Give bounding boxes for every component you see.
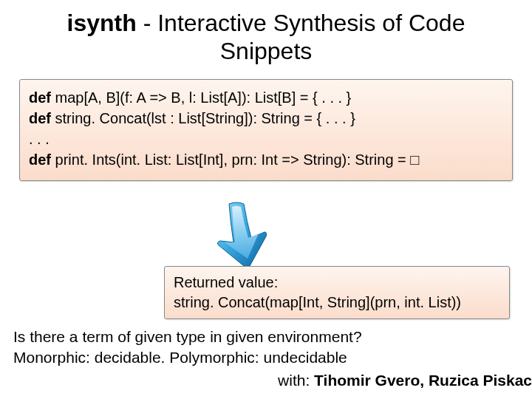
keyword-def: def xyxy=(29,110,51,126)
title-bold: isynth xyxy=(67,10,137,36)
footer-line-1: Is there a term of given type in given e… xyxy=(13,327,532,347)
footer-line-2: Monorphic: decidable. Polymorphic: undec… xyxy=(13,347,532,368)
code-line-3: . . . xyxy=(29,129,503,149)
credit-line: with: Tihomir Gvero, Ruzica Piskac xyxy=(13,370,532,391)
result-label: Returned value: xyxy=(174,273,500,293)
code-line-2: def string. Concat(lst : List[String]): … xyxy=(29,108,503,129)
down-right-arrow-icon xyxy=(214,200,281,270)
code-text: map[A, B](f: A => B, l: List[A]): List[B… xyxy=(51,89,351,106)
footer-text: Is there a term of given type in given e… xyxy=(13,327,532,391)
code-line-4: def print. Ints(int. List: List[Int], pr… xyxy=(29,149,503,170)
code-text: string. Concat(lst : List[String]): Stri… xyxy=(51,110,355,126)
keyword-def: def xyxy=(29,89,51,106)
result-value: string. Concat(map[Int, String](prn, int… xyxy=(174,293,500,313)
code-block: def map[A, B](f: A => B, l: List[A]): Li… xyxy=(19,79,513,181)
code-text: print. Ints(int. List: List[Int], prn: I… xyxy=(51,151,419,168)
credit-prefix: with: xyxy=(278,372,314,389)
code-line-1: def map[A, B](f: A => B, l: List[A]): Li… xyxy=(29,87,503,108)
slide-title: isynth - Interactive Synthesis of Code S… xyxy=(0,0,532,79)
result-block: Returned value: string. Concat(map[Int, … xyxy=(164,266,510,319)
credit-names: Tihomir Gvero, Ruzica Piskac xyxy=(314,372,532,389)
title-rest: - Interactive Synthesis of Code Snippets xyxy=(137,10,466,64)
keyword-def: def xyxy=(29,151,51,168)
